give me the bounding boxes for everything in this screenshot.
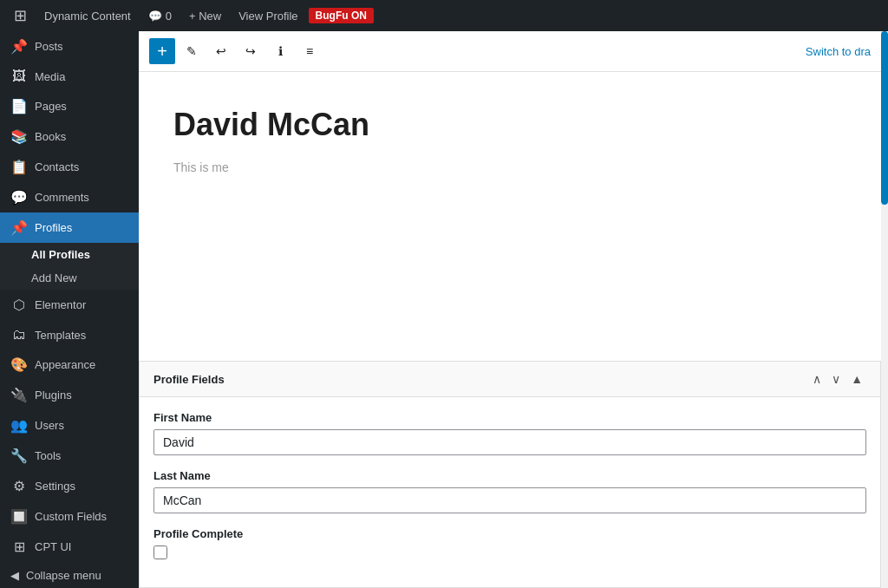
sidebar-item-templates-label: Templates bbox=[35, 329, 86, 342]
appearance-icon: 🎨 bbox=[10, 356, 28, 373]
sidebar-item-plugins-label: Plugins bbox=[35, 389, 72, 402]
sidebar-item-media-label: Media bbox=[35, 70, 65, 83]
last-name-input[interactable] bbox=[153, 487, 866, 513]
collapse-icon: ◀ bbox=[10, 569, 19, 582]
undo-button[interactable]: ↩ bbox=[208, 38, 234, 64]
sidebar-item-pages-label: Pages bbox=[35, 100, 67, 113]
collapse-up-button[interactable]: ∧ bbox=[809, 370, 825, 388]
first-name-label: First Name bbox=[153, 411, 866, 424]
tools-icon: 🔧 bbox=[10, 448, 28, 464]
scrollbar-thumb bbox=[881, 31, 888, 205]
edit-button[interactable]: ✎ bbox=[179, 38, 205, 64]
site-name-label: Dynamic Content bbox=[44, 10, 131, 23]
view-profile-link[interactable]: View Profile bbox=[232, 0, 304, 31]
cpt-ui-icon: ⊞ bbox=[10, 539, 28, 555]
sidebar-item-profiles-label: Profiles bbox=[35, 221, 72, 234]
pencil-icon: ✎ bbox=[186, 44, 197, 58]
profiles-icon: 📌 bbox=[10, 219, 28, 236]
plugins-icon: 🔌 bbox=[10, 387, 28, 403]
sidebar-item-tools[interactable]: 🔧 Tools bbox=[0, 441, 139, 471]
site-name[interactable]: Dynamic Content bbox=[37, 0, 138, 31]
switch-to-draft-link[interactable]: Switch to dra bbox=[806, 45, 871, 58]
sidebar-item-settings-label: Settings bbox=[35, 480, 75, 493]
profile-fields-controls: ∧ ∨ ▲ bbox=[809, 370, 866, 388]
last-name-group: Last Name bbox=[153, 469, 866, 513]
sidebar-item-users-label: Users bbox=[35, 419, 64, 432]
profile-complete-label: Profile Complete bbox=[153, 527, 866, 540]
info-button[interactable]: ℹ bbox=[267, 38, 293, 64]
redo-button[interactable]: ↪ bbox=[238, 38, 264, 64]
chevron-down-icon: ∨ bbox=[832, 372, 840, 386]
sidebar-item-comments[interactable]: 💬 Comments bbox=[0, 182, 139, 212]
sidebar-item-media[interactable]: 🖼 Media bbox=[0, 62, 139, 91]
sidebar-item-profiles[interactable]: 📌 Profiles bbox=[0, 212, 139, 243]
sidebar-item-posts[interactable]: 📌 Posts bbox=[0, 31, 139, 62]
sidebar-subitem-all-profiles[interactable]: All Profiles bbox=[0, 243, 139, 266]
sidebar-item-custom-fields-label: Custom Fields bbox=[35, 510, 107, 523]
bugfu-badge[interactable]: BugFu ON bbox=[309, 8, 374, 23]
list-view-button[interactable]: ≡ bbox=[297, 38, 323, 64]
sidebar-item-templates[interactable]: 🗂 Templates bbox=[0, 320, 139, 350]
media-icon: 🖼 bbox=[10, 69, 28, 84]
profile-complete-checkbox[interactable] bbox=[153, 546, 167, 559]
profiles-submenu: All Profiles Add New bbox=[0, 243, 139, 290]
settings-icon: ⚙ bbox=[10, 478, 28, 494]
pages-icon: 📄 bbox=[10, 98, 28, 114]
new-button[interactable]: + New bbox=[182, 0, 228, 31]
sidebar-item-settings[interactable]: ⚙ Settings bbox=[0, 471, 139, 501]
profile-fields-header: Profile Fields ∧ ∨ ▲ bbox=[140, 362, 880, 397]
add-icon: + bbox=[157, 42, 167, 62]
admin-bar: ⊞ Dynamic Content 💬 0 + New View Profile… bbox=[0, 0, 888, 31]
sidebar-item-cpt-ui[interactable]: ⊞ CPT UI bbox=[0, 532, 139, 562]
elementor-icon: ⬡ bbox=[10, 297, 28, 313]
move-up-button[interactable]: ▲ bbox=[847, 370, 866, 388]
switch-label: Switch to dra bbox=[806, 45, 871, 58]
sidebar-item-books[interactable]: 📚 Books bbox=[0, 121, 139, 152]
sidebar-item-pages[interactable]: 📄 Pages bbox=[0, 91, 139, 121]
new-label: + New bbox=[189, 10, 221, 23]
list-icon: ≡ bbox=[306, 44, 313, 58]
sidebar-item-contacts-label: Contacts bbox=[35, 160, 79, 173]
undo-icon: ↩ bbox=[216, 44, 226, 58]
sidebar-item-tools-label: Tools bbox=[35, 449, 61, 462]
profile-fields-body: First Name Last Name Profile Complete bbox=[140, 397, 880, 587]
custom-fields-icon: 🔲 bbox=[10, 508, 28, 525]
editor-content: David McCan This is me bbox=[139, 72, 881, 361]
sidebar-item-users[interactable]: 👥 Users bbox=[0, 410, 139, 441]
collapse-label: Collapse menu bbox=[26, 569, 101, 582]
post-title[interactable]: David McCan bbox=[173, 107, 846, 143]
sidebar-item-appearance[interactable]: 🎨 Appearance bbox=[0, 350, 139, 380]
sidebar-item-cpt-ui-label: CPT UI bbox=[35, 540, 71, 553]
chevron-up-icon: ∧ bbox=[813, 372, 821, 386]
redo-icon: ↪ bbox=[245, 44, 256, 58]
profile-fields-section: Profile Fields ∧ ∨ ▲ First Name bbox=[139, 361, 881, 588]
posts-icon: 📌 bbox=[10, 38, 28, 55]
contacts-icon: 📋 bbox=[10, 159, 28, 175]
sidebar: 📌 Posts 🖼 Media 📄 Pages 📚 Books 📋 Contac… bbox=[0, 31, 139, 588]
sidebar-item-posts-label: Posts bbox=[35, 40, 63, 53]
add-block-button[interactable]: + bbox=[149, 38, 175, 64]
sidebar-item-contacts[interactable]: 📋 Contacts bbox=[0, 152, 139, 182]
bugfu-label: BugFu ON bbox=[316, 10, 367, 22]
sidebar-item-plugins[interactable]: 🔌 Plugins bbox=[0, 380, 139, 410]
right-scrollbar[interactable] bbox=[881, 31, 888, 588]
collapse-menu[interactable]: ◀ Collapse menu bbox=[0, 562, 139, 588]
books-icon: 📚 bbox=[10, 128, 28, 145]
sidebar-item-appearance-label: Appearance bbox=[35, 358, 95, 371]
collapse-down-button[interactable]: ∨ bbox=[828, 370, 844, 388]
post-subtitle[interactable]: This is me bbox=[173, 160, 846, 174]
profile-complete-group: Profile Complete bbox=[153, 527, 866, 559]
info-icon: ℹ bbox=[278, 44, 283, 58]
sidebar-subitem-add-new[interactable]: Add New bbox=[0, 266, 139, 290]
arrow-up-icon: ▲ bbox=[851, 372, 863, 386]
sidebar-item-custom-fields[interactable]: 🔲 Custom Fields bbox=[0, 501, 139, 532]
first-name-input[interactable] bbox=[153, 429, 866, 455]
all-profiles-label: All Profiles bbox=[31, 248, 90, 261]
templates-icon: 🗂 bbox=[10, 327, 28, 343]
first-name-group: First Name bbox=[153, 411, 866, 455]
sidebar-item-elementor[interactable]: ⬡ Elementor bbox=[0, 290, 139, 320]
last-name-label: Last Name bbox=[153, 469, 866, 482]
comments-link[interactable]: 💬 0 bbox=[141, 0, 179, 31]
sidebar-item-comments-label: Comments bbox=[35, 191, 89, 204]
wp-logo-icon[interactable]: ⊞ bbox=[7, 6, 34, 25]
